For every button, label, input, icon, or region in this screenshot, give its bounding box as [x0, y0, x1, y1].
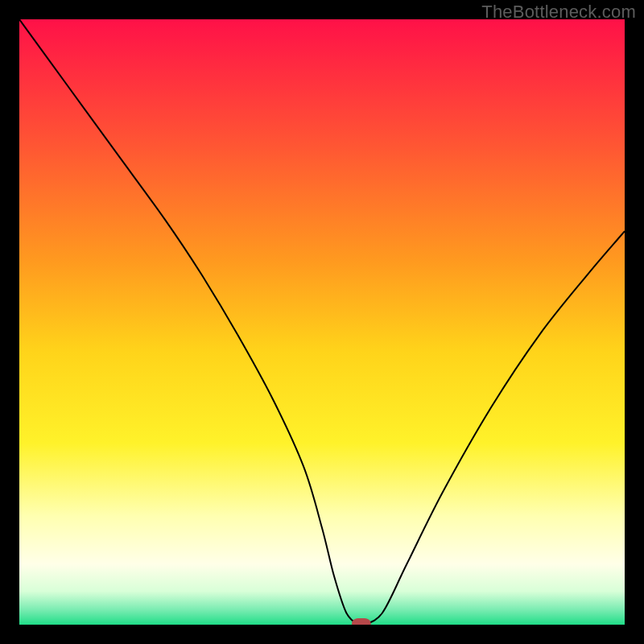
- watermark-text: TheBottleneck.com: [481, 2, 636, 23]
- gradient-background: [19, 19, 625, 625]
- optimum-marker: [353, 618, 371, 625]
- bottleneck-chart: [19, 19, 625, 625]
- chart-frame: TheBottleneck.com: [0, 0, 644, 644]
